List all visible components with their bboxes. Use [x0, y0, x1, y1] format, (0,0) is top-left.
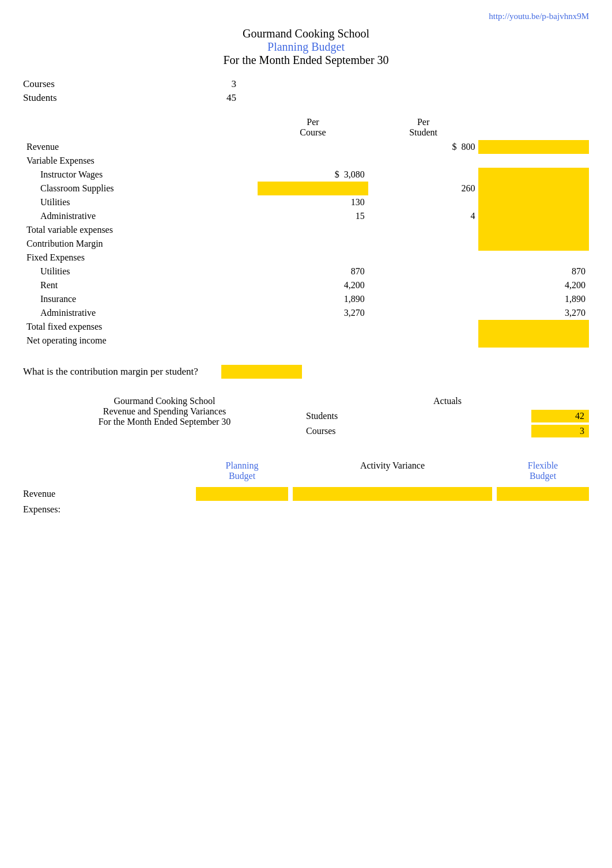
utilities-fixed-row: Utilities 870 870	[23, 265, 589, 278]
total-variable-row: Total variable expenses	[23, 223, 589, 237]
classroom-supplies-row: Classroom Supplies 260	[23, 182, 589, 195]
rent-per-course: 4,200	[258, 278, 368, 292]
rent-total: 4,200	[478, 278, 589, 292]
instructor-wages-value: 3,080	[344, 169, 365, 179]
insurance-per-course: 1,890	[258, 292, 368, 306]
contribution-margin-row: Contribution Margin	[23, 237, 589, 251]
variance-expenses-row: Expenses:	[23, 504, 589, 515]
administrative-variable-total	[478, 209, 589, 223]
courses-students-section: Courses 3 Students 45	[23, 78, 589, 104]
instructor-wages-row: Instructor Wages $ 3,080	[23, 168, 589, 182]
section2-period: For the Month Ended September 30	[23, 417, 306, 427]
actuals-courses-label: Courses	[306, 426, 336, 436]
contribution-question-row: What is the contribution margin per stud…	[23, 365, 589, 379]
link-text: http://youtu.be/p-bajvhnx9M	[489, 12, 589, 21]
budget-table: Per Course Per Student Revenue $ 800 Var…	[23, 115, 589, 348]
administrative-per-student: 4	[368, 209, 479, 223]
utilities-variable-value: 130	[258, 195, 368, 209]
contribution-question-answer	[221, 365, 302, 379]
courses-value: 3	[173, 78, 242, 90]
school-name: Gourmand Cooking School	[23, 27, 589, 40]
students-value: 45	[173, 92, 242, 104]
section2-school-name: Gourmand Cooking School	[23, 396, 306, 406]
per-course-header2: Course	[261, 127, 365, 138]
contribution-margin-total	[478, 237, 589, 251]
revenue-row: Revenue $ 800	[23, 140, 589, 154]
variance-revenue-label: Revenue	[23, 489, 196, 499]
administrative-variable-row: Administrative 15 4	[23, 209, 589, 223]
courses-label: Courses	[23, 78, 173, 90]
fixed-expenses-header: Fixed Expenses	[23, 251, 589, 265]
actuals-section: Actuals Students 42 Courses 3	[306, 396, 589, 437]
revenue-per-student: 800	[461, 142, 475, 152]
per-student-header2: Student	[372, 127, 475, 138]
utilities-fixed-per-course: 870	[258, 265, 368, 278]
administrative-fixed-total: 3,270	[478, 306, 589, 320]
instructor-wages-dollar: $	[335, 169, 339, 179]
actuals-students-row: Students 42	[306, 410, 589, 422]
total-fixed-row: Total fixed expenses	[23, 320, 589, 334]
utilities-variable-row: Utilities 130	[23, 195, 589, 209]
budget-title: Planning Budget	[23, 40, 589, 54]
administrative-fixed-per-course: 3,270	[258, 306, 368, 320]
revenue-total-cell	[478, 140, 589, 154]
total-fixed-total	[478, 320, 589, 334]
variance-section: Planning Budget Activity Variance Flexib…	[23, 461, 589, 515]
actuals-courses-value: 3	[531, 425, 589, 437]
variance-expenses-label: Expenses:	[23, 504, 196, 515]
contribution-margin-label: Contribution Margin	[23, 237, 258, 251]
total-variable-total	[478, 223, 589, 237]
administrative-per-course: 15	[258, 209, 368, 223]
utilities-variable-total	[478, 195, 589, 209]
utilities-fixed-label: Utilities	[23, 265, 258, 278]
administrative-variable-label: Administrative	[23, 209, 258, 223]
classroom-supplies-per-course	[258, 182, 368, 195]
variance-revenue-row: Revenue	[23, 487, 589, 501]
administrative-fixed-label: Administrative	[23, 306, 258, 320]
actuals-students-label: Students	[306, 411, 338, 421]
actuals-courses-row: Courses 3	[306, 425, 589, 437]
flexible-budget-col-header: Flexible Budget	[497, 461, 589, 481]
insurance-row: Insurance 1,890 1,890	[23, 292, 589, 306]
utilities-fixed-total: 870	[478, 265, 589, 278]
revenue-label: Revenue	[23, 140, 258, 154]
section2: Gourmand Cooking School Revenue and Spen…	[23, 396, 589, 437]
page-header: Gourmand Cooking School Planning Budget …	[23, 27, 589, 67]
total-variable-label: Total variable expenses	[23, 223, 258, 237]
classroom-supplies-label: Classroom Supplies	[23, 182, 258, 195]
administrative-fixed-row: Administrative 3,270 3,270	[23, 306, 589, 320]
planning-budget-col-header: Planning Budget	[196, 461, 288, 481]
instructor-wages-total	[478, 168, 589, 182]
per-student-header1: Per	[372, 117, 475, 127]
students-label: Students	[23, 92, 173, 104]
variance-revenue-planning	[196, 487, 288, 501]
actuals-students-value: 42	[531, 410, 589, 422]
net-operating-row: Net operating income	[23, 334, 589, 348]
instructor-wages-label: Instructor Wages	[23, 168, 258, 182]
variable-expenses-header: Variable Expenses	[23, 154, 589, 168]
period-title: For the Month Ended September 30	[23, 54, 589, 67]
utilities-variable-label: Utilities	[23, 195, 258, 209]
rent-label: Rent	[23, 278, 258, 292]
actuals-header: Actuals	[306, 396, 589, 406]
section2-subtitle: Revenue and Spending Variances	[23, 406, 306, 417]
revenue-dollar: $	[452, 142, 456, 152]
classroom-supplies-total	[478, 182, 589, 195]
variance-col-headers: Planning Budget Activity Variance Flexib…	[23, 461, 589, 481]
contribution-question-text: What is the contribution margin per stud…	[23, 366, 198, 378]
total-fixed-label: Total fixed expenses	[23, 320, 258, 334]
activity-variance-col-header: Activity Variance	[288, 461, 497, 481]
section2-school-info: Gourmand Cooking School Revenue and Spen…	[23, 396, 306, 427]
rent-row: Rent 4,200 4,200	[23, 278, 589, 292]
variable-expenses-label: Variable Expenses	[23, 154, 258, 168]
insurance-total: 1,890	[478, 292, 589, 306]
fixed-expenses-label: Fixed Expenses	[23, 251, 258, 265]
net-operating-total	[478, 334, 589, 348]
insurance-label: Insurance	[23, 292, 258, 306]
youtube-link[interactable]: http://youtu.be/p-bajvhnx9M	[23, 12, 589, 21]
net-operating-label: Net operating income	[23, 334, 258, 348]
classroom-supplies-value: 260	[368, 182, 479, 195]
per-course-header1: Per	[261, 117, 365, 127]
variance-revenue-activity	[293, 487, 492, 501]
variance-revenue-flexible	[497, 487, 589, 501]
